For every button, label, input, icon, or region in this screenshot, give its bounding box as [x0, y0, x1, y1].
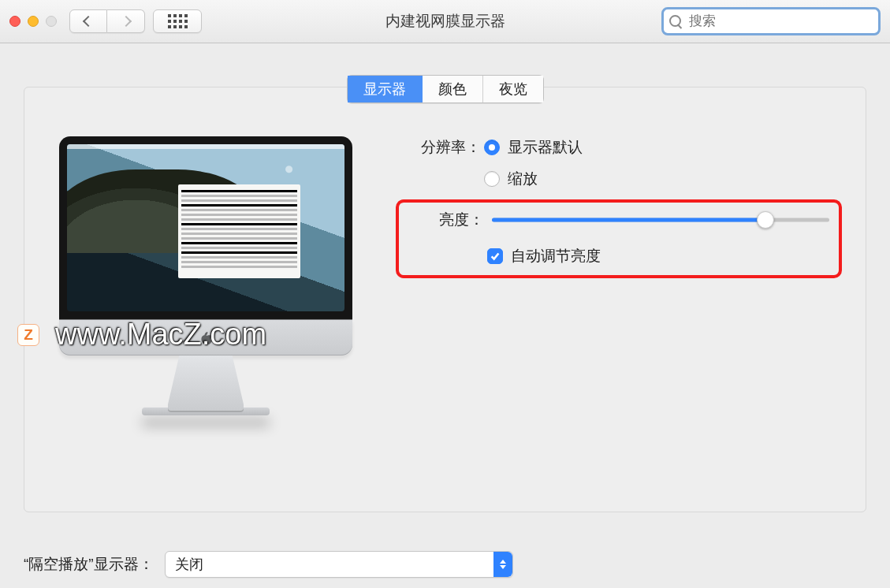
resolution-label: 分辨率：: [402, 137, 481, 158]
brightness-highlight: 亮度： 自动调节亮度: [396, 199, 842, 278]
close-window-button[interactable]: [9, 16, 20, 27]
airplay-value: 关闭: [175, 555, 203, 574]
chevron-right-icon: [120, 16, 131, 27]
brightness-slider[interactable]: [492, 212, 829, 228]
auto-brightness-checkbox[interactable]: [487, 248, 503, 264]
brightness-label: 亮度：: [405, 210, 484, 230]
minimize-window-button[interactable]: [28, 16, 39, 27]
display-panel: 分辨率： 显示器默认 缩放 亮度：: [24, 87, 866, 512]
tab-display[interactable]: 显示器: [348, 76, 423, 102]
resolution-row: 分辨率： 显示器默认: [402, 136, 842, 158]
window-title: 内建视网膜显示器: [385, 11, 505, 32]
tab-color[interactable]: 颜色: [423, 76, 483, 102]
airplay-label: “隔空播放”显示器：: [24, 554, 154, 575]
zoom-window-button[interactable]: [46, 16, 57, 27]
watermark-text: www.MacZ.com: [55, 318, 266, 352]
airplay-row: “隔空播放”显示器： 关闭: [24, 551, 866, 578]
display-settings: 分辨率： 显示器默认 缩放 亮度：: [402, 136, 842, 278]
watermark-badge: Z: [17, 324, 39, 346]
chevron-left-icon: [83, 16, 94, 27]
show-all-button[interactable]: [153, 9, 202, 33]
radio-default-resolution[interactable]: [484, 140, 500, 155]
select-caret-icon: [493, 552, 512, 577]
window-controls: [9, 16, 57, 27]
tab-night-shift[interactable]: 夜览: [483, 76, 543, 102]
airplay-select[interactable]: 关闭: [165, 551, 513, 578]
forward-button[interactable]: [107, 9, 145, 33]
check-icon: [490, 251, 501, 262]
radio-scaled-resolution[interactable]: [484, 171, 500, 187]
auto-brightness-label: 自动调节亮度: [511, 246, 601, 266]
imac-stand: [168, 355, 244, 412]
tabs: 显示器 颜色 夜览: [347, 75, 544, 103]
nav-buttons: [69, 9, 145, 33]
radio-default-resolution-label: 显示器默认: [508, 137, 583, 158]
search-field-wrap: [661, 7, 881, 35]
imac-desktop: [67, 144, 344, 311]
content: 显示器 颜色 夜览: [0, 43, 890, 588]
resolution-scaled-row: 缩放: [402, 168, 842, 190]
search-input[interactable]: [661, 7, 881, 35]
brightness-row: 亮度：: [405, 209, 829, 231]
brightness-fill: [492, 218, 765, 222]
toolbar: 内建视网膜显示器: [0, 0, 890, 43]
back-button[interactable]: [69, 9, 107, 33]
radio-scaled-resolution-label: 缩放: [508, 169, 538, 189]
display-illustration: [59, 136, 352, 396]
bottom-area: “隔空播放”显示器： 关闭 在菜单栏中显示镜像选项（可用时） ?: [24, 532, 866, 588]
grid-icon: [168, 14, 188, 28]
brightness-thumb[interactable]: [757, 211, 774, 229]
auto-brightness-row: 自动调节亮度: [405, 245, 829, 267]
imac-bezel: [59, 136, 352, 319]
search-icon: [669, 15, 682, 28]
